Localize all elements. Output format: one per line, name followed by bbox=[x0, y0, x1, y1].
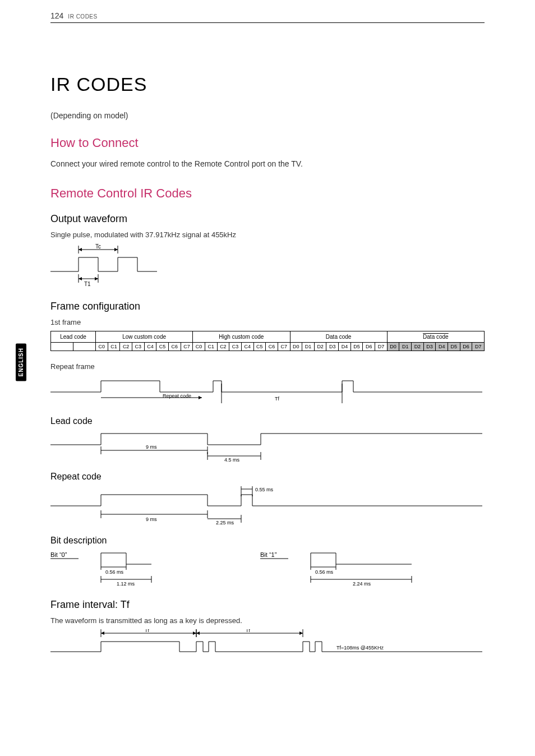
frame-interval-heading: Frame interval: Tf bbox=[50, 599, 485, 611]
bit0-112: 1.12 ms bbox=[117, 581, 135, 587]
tf-label-repeat: Tf bbox=[275, 396, 279, 402]
bit0-label: Bit “0” bbox=[50, 551, 67, 558]
tf-value: Tf=108ms @455KHz bbox=[336, 645, 384, 651]
page-title: IR CODES bbox=[50, 73, 485, 95]
first-frame-label: 1st frame bbox=[50, 318, 485, 326]
bit1-056: 0.56 ms bbox=[315, 569, 334, 575]
lead-4.5ms: 4.5 ms bbox=[224, 457, 240, 462]
tf-label-1: Tf bbox=[145, 629, 149, 633]
frame-config-heading: Frame configuration bbox=[50, 301, 485, 312]
repeat-frame-diagram: Repeat code Tf bbox=[50, 375, 482, 406]
repeat-code-heading: Repeat code bbox=[50, 472, 485, 482]
output-waveform-heading: Output waveform bbox=[50, 213, 485, 225]
t1-label: T1 bbox=[84, 281, 91, 287]
page-header: 124 IR CODES bbox=[50, 11, 485, 20]
bit-desc-row: Bit “0” 0.56 ms 1.12 ms Bit “1” bbox=[50, 550, 485, 587]
frame-interval-diagram: Tf Tf Tf=108ms @455KHz bbox=[50, 629, 482, 657]
lead-code-heading: Lead code bbox=[50, 416, 485, 426]
col-low: Low custom code bbox=[96, 331, 193, 343]
svg-marker-45 bbox=[101, 631, 104, 635]
frame-interval-body: The waveform is transmitted as long as a… bbox=[50, 616, 485, 625]
lead-9ms: 9 ms bbox=[146, 444, 157, 450]
remote-ir-heading: Remote Control IR Codes bbox=[50, 186, 485, 201]
repeat-225ms: 2.25 ms bbox=[216, 520, 234, 525]
svg-marker-11 bbox=[199, 396, 202, 399]
how-to-connect-heading: How to Connect bbox=[50, 136, 485, 150]
svg-marker-8 bbox=[79, 277, 82, 280]
svg-marker-9 bbox=[95, 277, 98, 280]
repeat-9ms: 9 ms bbox=[146, 517, 157, 522]
header-rule bbox=[50, 22, 485, 23]
page-section-label: IR CODES bbox=[68, 13, 97, 20]
page-content: 124 IR CODES IR CODES (Depending on mode… bbox=[0, 0, 535, 680]
tf-label-2: Tf bbox=[246, 629, 250, 633]
frame-bits-table: Lead code Low custom code High custom co… bbox=[50, 331, 485, 351]
svg-marker-46 bbox=[193, 631, 196, 635]
output-waveform-diagram: Tc T1 bbox=[50, 243, 179, 288]
col-high: High custom code bbox=[193, 331, 290, 343]
bit1-224: 2.24 ms bbox=[353, 581, 371, 587]
tc-label: Tc bbox=[95, 243, 101, 250]
depending-note: (Depending on model) bbox=[50, 111, 485, 120]
language-side-tab: ENGLISH bbox=[16, 343, 26, 381]
bit-desc-heading: Bit description bbox=[50, 536, 485, 546]
bit0-diagram: Bit “0” 0.56 ms 1.12 ms bbox=[50, 550, 236, 587]
col-data1: Data code bbox=[290, 331, 387, 343]
col-lead: Lead code bbox=[51, 331, 96, 343]
svg-marker-51 bbox=[299, 631, 303, 635]
page-number: 124 bbox=[50, 11, 63, 20]
repeat-frame-label: Repeat frame bbox=[50, 362, 485, 371]
col-data2: Data code bbox=[387, 331, 484, 343]
svg-marker-3 bbox=[79, 248, 82, 251]
output-waveform-body: Single pulse, modulated with 37.917kHz s… bbox=[50, 231, 485, 239]
svg-marker-50 bbox=[196, 631, 200, 635]
bit1-label: Bit “1” bbox=[260, 551, 277, 558]
how-to-connect-body: Connect your wired remote control to the… bbox=[50, 159, 485, 168]
bit1-diagram: Bit “1” 0.56 ms 2.24 ms bbox=[260, 550, 485, 587]
lead-code-diagram: 9 ms 4.5 ms bbox=[50, 431, 482, 462]
repeat-055ms: 0.55 ms bbox=[255, 487, 274, 492]
svg-marker-4 bbox=[114, 248, 118, 251]
bit0-056: 0.56 ms bbox=[105, 569, 124, 575]
repeat-code-diagram: 0.55 ms 9 ms 2.25 ms bbox=[50, 486, 482, 525]
